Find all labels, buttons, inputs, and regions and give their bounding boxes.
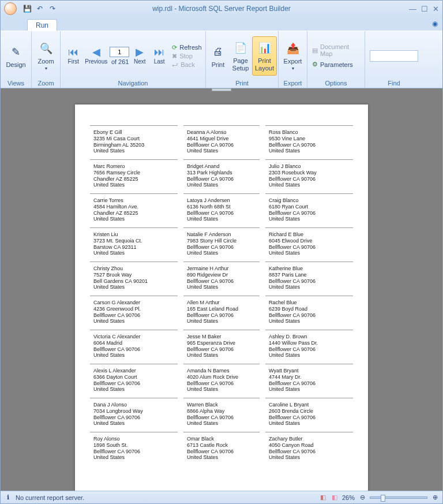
status-text: No current report server. xyxy=(16,494,84,501)
ribbon-tabs: Run ◉ xyxy=(1,17,442,31)
address-label: Roy Alonso1898 South St.Bellflower CA 90… xyxy=(90,432,178,466)
design-icon: ✎ xyxy=(8,44,24,60)
zoom-out-button[interactable]: ⊖ xyxy=(358,494,366,502)
status-bar: ℹ No current report server. ◧ ◧ 26% ⊖ ⊕ xyxy=(1,491,442,503)
address-label: Warren Black8866 Alpha WayBellflower CA … xyxy=(183,398,260,432)
design-button[interactable]: ✎ Design xyxy=(3,36,28,76)
address-label: Richard E Blue6045 Elwood DriveBellflowe… xyxy=(265,227,353,262)
address-label: Carson G Alexander4236 Greenwood Pl.Bell… xyxy=(90,296,178,330)
zoom-slider[interactable] xyxy=(370,496,427,499)
group-zoom-label: Zoom xyxy=(34,79,58,87)
address-label: Amanda N Barnes4020 Alum Rock DriveBellf… xyxy=(183,364,260,398)
ribbon: ✎ Design Views 🔍 Zoom ▾ Zoom ⏮First ◀Pre… xyxy=(1,31,442,88)
group-options-label: Options xyxy=(310,79,362,87)
zoom-in-button[interactable]: ⊕ xyxy=(431,494,439,502)
minimize-button[interactable]: — xyxy=(409,5,416,13)
close-button[interactable]: ✕ xyxy=(433,5,439,13)
address-label: Ebony E Gill3235 Mi Casa CourtBirmingham… xyxy=(90,125,178,159)
document-map-icon: ▤ xyxy=(312,47,318,54)
address-label: Julio J Blanco2303 Rosebuck WayBellflowe… xyxy=(265,159,353,193)
page-setup-button[interactable]: 📄Page Setup xyxy=(229,36,252,76)
address-label: Deanna A Alonso4641 Miguel DriveBellflow… xyxy=(183,125,260,159)
zoom-button[interactable]: 🔍 Zoom ▾ xyxy=(33,36,59,76)
address-label: Katherine Blue8837 Paris LaneBellflower … xyxy=(265,262,353,296)
address-label: Craig Blanco6180 Ryan CourtBellflower CA… xyxy=(265,193,353,227)
address-label: Ross Blanco9530 Vine LaneBellflower CA 9… xyxy=(265,125,353,159)
report-page: Ebony E Gill3235 Mi Casa CourtBirmingham… xyxy=(75,104,368,491)
print-layout-button[interactable]: 📊Print Layout xyxy=(252,36,277,76)
address-label: Rachel Blue6239 Boyd RoadBellflower CA 9… xyxy=(265,296,353,330)
group-find-label: Find xyxy=(367,79,421,87)
address-label: Omar Black6713 Castle RockBellflower CA … xyxy=(183,432,260,466)
print-button[interactable]: 🖨Print xyxy=(207,36,229,76)
app-menu-button[interactable] xyxy=(1,1,20,17)
address-label: Victoria C Alexander6064 MadridBellflowe… xyxy=(90,330,178,364)
window-title: wip.rdl - Microsoft SQL Server Report Bu… xyxy=(152,5,291,13)
app-window: 💾 ↶ ↷ wip.rdl - Microsoft SQL Server Rep… xyxy=(0,0,443,504)
back-icon: ⮐ xyxy=(172,61,178,68)
address-label: Kristen Liu3723 Mt. Sequoia Ct.Barstow C… xyxy=(90,227,178,262)
print-layout-icon: 📊 xyxy=(257,40,273,56)
first-page-button[interactable]: ⏮First xyxy=(64,46,82,66)
address-label: Latoya J Andersen6136 North 68th StBellf… xyxy=(183,193,260,227)
undo-icon[interactable]: ↶ xyxy=(35,4,44,13)
zoom-icon: 🔍 xyxy=(38,40,54,57)
refresh-button[interactable]: ⟳Refresh xyxy=(172,44,202,51)
stop-button[interactable]: ✖Stop xyxy=(172,53,193,60)
address-label: Carrie Torres4584 Hamilton Ave.Chandler … xyxy=(90,193,178,227)
status-info-icon: ℹ xyxy=(4,494,12,502)
help-icon[interactable]: ◉ xyxy=(432,20,438,28)
address-label: Ashley D. Brown1440 Willow Pass Dr.Bellf… xyxy=(265,330,353,364)
address-label: Dana J Alonso7034 Longbrood WayBellflowe… xyxy=(90,398,178,432)
status-icon-2[interactable]: ◧ xyxy=(331,494,339,502)
address-label: Jesse M Baker965 Esperanza DriveBellflow… xyxy=(183,330,260,364)
address-label: Marc Romero7656 Ramsey CircleChandler AZ… xyxy=(90,159,178,193)
save-icon[interactable]: 💾 xyxy=(22,4,32,13)
tab-run[interactable]: Run xyxy=(27,19,57,31)
find-input[interactable] xyxy=(370,50,418,62)
splitter-handle[interactable] xyxy=(212,88,231,91)
page-setup-icon: 📄 xyxy=(232,40,249,56)
address-label: Allen M Arthur165 East Leland RoadBellfl… xyxy=(183,296,260,330)
address-label: Christy Zhou7527 Brook WayBell Gardens C… xyxy=(90,262,178,296)
export-icon: 📤 xyxy=(285,40,301,57)
parameters-button[interactable]: ⚙Parameters xyxy=(310,59,355,69)
group-print-label: Print xyxy=(208,79,276,87)
document-map-button[interactable]: ▤Document Map xyxy=(310,42,362,58)
address-label: Alexis L Alexander6366 Dayton CourtBellf… xyxy=(90,364,178,398)
print-icon: 🖨 xyxy=(210,44,226,60)
group-views-label: Views xyxy=(3,79,29,87)
refresh-icon: ⟳ xyxy=(172,44,177,51)
address-label: Zachary Butler4050 Canyon RoadBellflower… xyxy=(265,432,353,466)
next-page-button[interactable]: ▶Next xyxy=(130,46,149,66)
report-workspace[interactable]: Ebony E Gill3235 Mi Casa CourtBirmingham… xyxy=(1,88,442,491)
group-navigation-label: Navigation xyxy=(63,79,203,87)
titlebar: 💾 ↶ ↷ wip.rdl - Microsoft SQL Server Rep… xyxy=(1,1,442,17)
page-number-input[interactable] xyxy=(110,47,129,57)
redo-icon[interactable]: ↷ xyxy=(48,4,57,13)
address-label: Natalie F Anderson7983 Stony Hill Circle… xyxy=(183,227,260,262)
stop-icon: ✖ xyxy=(172,53,177,60)
back-button[interactable]: ⮐Back xyxy=(172,61,194,68)
previous-page-button[interactable]: ◀Previous xyxy=(84,46,108,66)
address-label: Jermaine H Arthur890 Ridgeview DrBellflo… xyxy=(183,262,260,296)
address-label: Bridget Anand313 Park HighlandsBellflowe… xyxy=(183,159,260,193)
parameters-icon: ⚙ xyxy=(312,61,318,68)
last-page-button[interactable]: ⏭Last xyxy=(150,46,168,66)
maximize-button[interactable]: ☐ xyxy=(421,5,428,13)
status-icon-1[interactable]: ◧ xyxy=(319,494,327,502)
page-count-label: of 261 xyxy=(111,58,129,65)
export-button[interactable]: 📤Export▾ xyxy=(280,36,306,76)
zoom-percent: 26% xyxy=(342,494,355,501)
group-export-label: Export xyxy=(281,79,305,87)
address-label: Wyatt Bryant4744 Mary Dr.Bellflower CA 9… xyxy=(265,364,353,398)
address-label: Caroline L Bryant2603 Brenda CircleBellf… xyxy=(265,398,353,432)
